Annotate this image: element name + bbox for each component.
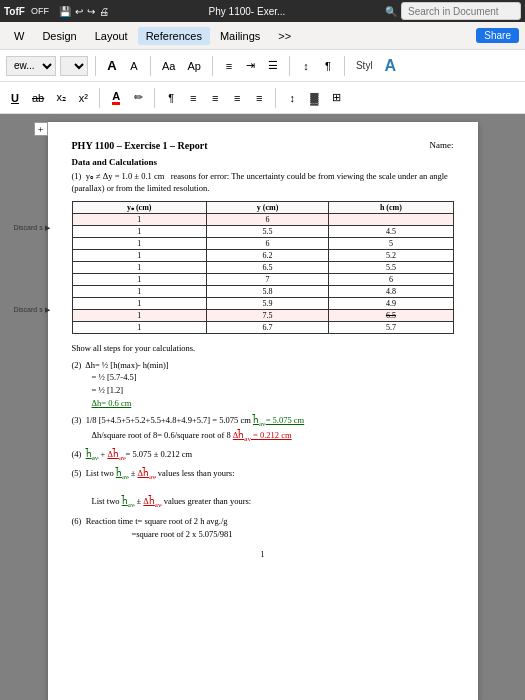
q3-text2: Δh/square root of 8= 0.6/square root of … — [92, 430, 233, 440]
table-row: 1 6.5 5.5 — [72, 261, 453, 273]
cell-y: 5.8 — [206, 285, 328, 297]
table-row: 1 6.7 5.7 — [72, 321, 453, 333]
q3-text: 1/8 [5+4.5+5+5.2+5.5+4.8+4.9+5.7] = 5.07… — [86, 415, 253, 425]
menu-design[interactable]: Design — [34, 27, 84, 45]
align-icon[interactable]: ☰ — [264, 55, 282, 77]
align-right-icon[interactable]: ≡ — [228, 87, 246, 109]
list-icon[interactable]: ≡ — [220, 55, 238, 77]
sort-icon[interactable]: ↕ — [297, 55, 315, 77]
cell-y: 6.7 — [206, 321, 328, 333]
discard-label-2: Discard s ▶ — [14, 306, 50, 314]
cell-y: 6 — [206, 237, 328, 249]
table-row: 1 6 5 — [72, 237, 453, 249]
table-row: 1 6.2 5.2 — [72, 249, 453, 261]
search-input[interactable] — [401, 2, 521, 20]
cell-y: 5.9 — [206, 297, 328, 309]
section-heading: Data and Calculations — [72, 157, 454, 167]
q4-section: (4) h̄av + Δh̄av= 5.075 ± 0.212 cm — [72, 448, 454, 463]
underline-button[interactable]: U — [6, 87, 24, 109]
name-label: Name: — [430, 140, 454, 155]
add-content-button[interactable]: + — [34, 122, 48, 136]
font-grow-button[interactable]: A — [103, 55, 121, 77]
share-button[interactable]: Share — [476, 28, 519, 43]
cell-y0: 1 — [72, 285, 206, 297]
big-a-styles-icon[interactable]: A — [381, 55, 401, 77]
q2-section: (2) Δh= ½ [h(max)- h(min)] = ½ [5.7-4.5]… — [72, 359, 454, 410]
separator-6 — [99, 88, 100, 108]
superscript-button[interactable]: x² — [74, 87, 92, 109]
q6-number: (6) — [72, 516, 82, 526]
aa-button[interactable]: Aa — [158, 55, 179, 77]
line-spacing-icon[interactable]: ↕ — [283, 87, 301, 109]
cell-h: 5 — [329, 237, 453, 249]
menu-more[interactable]: >> — [270, 27, 299, 45]
print-icon[interactable]: 🖨 — [99, 6, 109, 17]
q1-text: (1) yₒ ≠ Δy = 1.0 ± 0.1 cm reasons for e… — [72, 171, 454, 195]
col-y: y (cm) — [206, 201, 328, 213]
cell-y0: 1 — [72, 261, 206, 273]
menu-references[interactable]: References — [138, 27, 210, 45]
page-1: + PHY 1100 – Exercise 1 – Report Name: D… — [48, 122, 478, 700]
cell-h: 4.9 — [329, 297, 453, 309]
cell-y0: 1 — [72, 225, 206, 237]
q2-line1: Δh= ½ [h(max)- h(min)] — [85, 360, 168, 370]
separator-4 — [289, 56, 290, 76]
q5-number: (5) — [72, 468, 82, 478]
undo-icon[interactable]: ↩ — [75, 6, 83, 17]
q5-text1: List two h̄av ± Δh̄av values less than y… — [86, 468, 235, 478]
q2-line4: Δh= 0.6 cm — [92, 398, 132, 408]
save-icon[interactable]: 💾 — [59, 6, 71, 17]
col-y0: yₒ (cm) — [72, 201, 206, 213]
redo-icon[interactable]: ↪ — [87, 6, 95, 17]
q5-text2-label: List two h̄av ± Δh̄av values greater tha… — [92, 496, 252, 506]
doc-title: Phy 1100- Exer... — [209, 6, 286, 17]
styles-button[interactable]: Styl — [352, 55, 377, 77]
separator-1 — [95, 56, 96, 76]
cell-h: 6 — [329, 273, 453, 285]
table-row: 1 7 6 — [72, 273, 453, 285]
para-mark-icon[interactable]: ¶ — [319, 55, 337, 77]
shading-icon[interactable]: ▓ — [305, 87, 323, 109]
paragraph-icon[interactable]: ¶ — [162, 87, 180, 109]
borders-icon[interactable]: ⊞ — [327, 87, 345, 109]
cell-y: 6.5 — [206, 261, 328, 273]
discard-label-1: Discard s ▶ — [14, 224, 50, 232]
search-icon[interactable]: 🔍 — [385, 6, 397, 17]
font-color-button[interactable]: A — [107, 87, 125, 109]
page-title: PHY 1100 – Exercise 1 – Report — [72, 140, 208, 151]
menu-layout[interactable]: Layout — [87, 27, 136, 45]
cell-y: 7.5 — [206, 309, 328, 321]
toolbar-row-1: ew... 12 A A Aa Ap ≡ ⇥ ☰ ↕ ¶ Styl A — [0, 50, 525, 82]
q6-text1: Reaction time t= square root of 2 h avg.… — [86, 516, 228, 526]
menu-right: Share — [476, 28, 519, 43]
strikethrough-button[interactable]: ab — [28, 87, 48, 109]
highlight-icon[interactable]: ✏ — [129, 87, 147, 109]
toff-label: TofF — [4, 6, 25, 17]
table-row: 1 5.5 4.5 — [72, 225, 453, 237]
separator-2 — [150, 56, 151, 76]
document-area: + PHY 1100 – Exercise 1 – Report Name: D… — [0, 114, 525, 700]
title-name-row: PHY 1100 – Exercise 1 – Report Name: — [72, 140, 454, 155]
align-center-icon[interactable]: ≡ — [206, 87, 224, 109]
justify-icon[interactable]: ≡ — [250, 87, 268, 109]
font-size-dropdown[interactable]: 12 — [60, 56, 88, 76]
cell-h: 4.5 — [329, 225, 453, 237]
menu-mailings[interactable]: Mailings — [212, 27, 268, 45]
q3-highlight1: h̄av= 5.075 cm — [253, 415, 304, 425]
menu-w[interactable]: W — [6, 27, 32, 45]
subscript-button[interactable]: x₂ — [52, 87, 70, 109]
q3-number: (3) — [72, 415, 82, 425]
ap-button[interactable]: Ap — [183, 55, 204, 77]
font-shrink-button[interactable]: A — [125, 55, 143, 77]
separator-7 — [154, 88, 155, 108]
indent-icon[interactable]: ⇥ — [242, 55, 260, 77]
q3-section: (3) 1/8 [5+4.5+5+5.2+5.5+4.8+4.9+5.7] = … — [72, 414, 454, 445]
cell-y: 6.2 — [206, 249, 328, 261]
separator-8 — [275, 88, 276, 108]
title-bar-center: Phy 1100- Exer... — [109, 6, 385, 17]
menu-bar: W Design Layout References Mailings >> S… — [0, 22, 525, 50]
q2-line2: = ½ [5.7-4.5] — [92, 372, 137, 382]
cell-h — [329, 213, 453, 225]
align-left-icon[interactable]: ≡ — [184, 87, 202, 109]
style-dropdown[interactable]: ew... — [6, 56, 56, 76]
